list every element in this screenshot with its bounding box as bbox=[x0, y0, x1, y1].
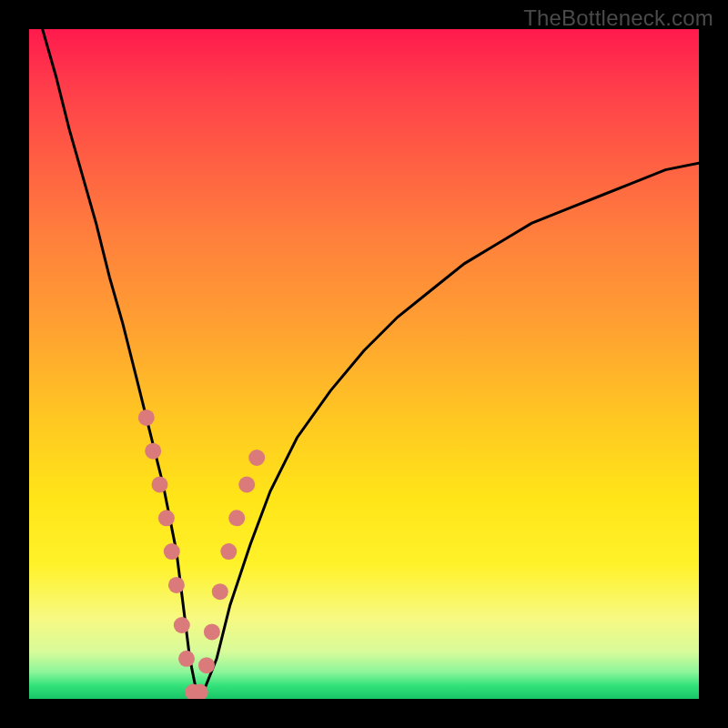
marker-dot bbox=[158, 510, 175, 526]
marker-dot bbox=[164, 543, 180, 560]
marker-dot bbox=[228, 510, 245, 526]
marker-dot bbox=[238, 477, 255, 493]
marker-dot bbox=[248, 450, 265, 466]
marker-dot bbox=[174, 617, 190, 633]
marker-dot bbox=[168, 577, 185, 593]
marker-dot bbox=[204, 623, 220, 640]
watermark-text: TheBottleneck.com bbox=[523, 5, 713, 31]
marker-dot bbox=[198, 657, 215, 673]
marker-dot bbox=[178, 651, 195, 667]
marker-dot bbox=[152, 477, 168, 493]
chart-outer-frame: TheBottleneck.com bbox=[0, 0, 728, 728]
chart-plot-area bbox=[29, 29, 699, 699]
bottleneck-curve-svg bbox=[29, 29, 699, 699]
marker-dot bbox=[138, 410, 155, 426]
marker-dot bbox=[212, 583, 228, 600]
marker-dot bbox=[220, 543, 237, 560]
marker-dot bbox=[145, 443, 161, 460]
bottleneck-curve-path bbox=[43, 29, 699, 693]
